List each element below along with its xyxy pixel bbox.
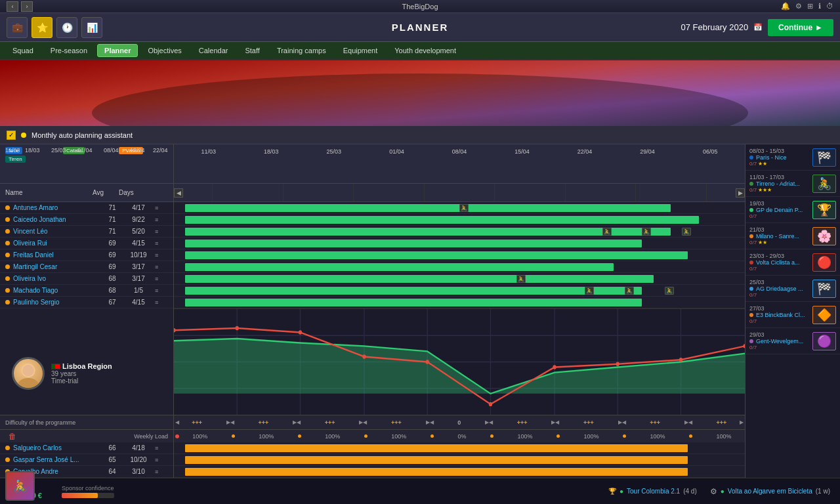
bell-icon[interactable]: 🔔 [781, 2, 790, 10]
rider2-avg-2: 64 [102, 468, 122, 475]
gantt-row[interactable]: 🚴 🚴 🚴 [174, 285, 745, 297]
rider-name-4[interactable]: Freitas Daniel [5, 251, 102, 259]
rider-row[interactable]: Caicedo Jonathan 71 9/22 ≡ [0, 214, 173, 226]
gantt-icon-c: 🚴 [682, 228, 691, 236]
settings-icon[interactable]: ⚙ [795, 2, 802, 10]
race-sidebar-item[interactable]: 08/03 - 15/03 Paris - Nice 0/7 ★★ 🏁 [746, 144, 840, 171]
difficulty-bar: ◀ +++ ▶◀ +++ ▶◀ +++ ▶◀ +++ ▶◀ 0 ▶◀ +++ ▶… [174, 415, 745, 429]
rider-row[interactable]: Oliveira Rui 69 4/15 ≡ [0, 238, 173, 249]
grid-icon[interactable]: ⊞ [807, 2, 813, 10]
race-rating-7: 0/7 [749, 345, 757, 350]
rider-name-3[interactable]: Oliveira Rui [5, 240, 102, 247]
info-icon[interactable]: ℹ [818, 2, 821, 10]
rider-row[interactable]: Freitas Daniel 69 10/19 ≡ [0, 249, 173, 261]
date-5: 15/04 [514, 148, 530, 155]
back-button[interactable]: ‹ [7, 1, 18, 12]
gantt-icon-f: 🚴 [625, 287, 634, 295]
rider-name-0[interactable]: Antunes Amaro [5, 204, 102, 211]
rider-name-8[interactable]: Paulinho Sergio [5, 299, 102, 306]
tab-pre-season[interactable]: Pre-season [43, 44, 94, 57]
rider-name-2[interactable]: Vincent Léo [5, 228, 102, 235]
race-name-2[interactable]: Volta ao Algarve em Bicicleta [728, 488, 812, 495]
rider-name-6[interactable]: Oliveira Ivo [5, 275, 102, 282]
rider-row[interactable]: Martingil Cesar 69 3/17 ≡ [0, 261, 173, 273]
chart-icon[interactable]: 📊 [81, 17, 102, 38]
gantt-row-2[interactable] [174, 454, 745, 466]
forward-button[interactable]: › [21, 1, 33, 12]
rider-row[interactable]: Machado Tiago 68 1/5 ≡ [0, 285, 173, 297]
gantt-row[interactable]: 🚴 [174, 202, 745, 214]
race-sidebar-item[interactable]: 23/03 - 29/03 Volta Ciclista a... 0/7 🔴 [746, 249, 840, 276]
rider2-name-1[interactable]: Gaspar Serra José L... [5, 456, 102, 463]
load-5: 100% [517, 433, 532, 440]
rider-settings-7[interactable]: ≡ [155, 287, 168, 294]
status-right: 🏆 ● Tour Colombia 2.1 (4 d) ⚙ ● Volta ao… [608, 487, 830, 496]
rider-row[interactable]: Oliveira Ivo 68 3/17 ≡ [0, 273, 173, 285]
rider2-settings-0[interactable]: ≡ [155, 445, 168, 452]
rider-settings-1[interactable]: ≡ [155, 217, 168, 223]
race-name-1[interactable]: Tour Colombia 2.1 [627, 488, 680, 495]
race-tirren[interactable]: Tirren [5, 156, 26, 163]
rider2-settings-2[interactable]: ≡ [155, 469, 168, 475]
rider-settings-5[interactable]: ≡ [155, 264, 168, 270]
tab-objectives[interactable]: Objectives [140, 44, 188, 57]
tab-squad[interactable]: Squad [5, 44, 41, 57]
tab-planner[interactable]: Planner [97, 44, 138, 57]
timeline-prev[interactable]: ◀ [174, 188, 183, 198]
race-info-3: 21/03 Milano - Sanre... 0/7 ★★ [749, 226, 809, 245]
gantt-row[interactable] [174, 261, 745, 273]
rider-settings-2[interactable]: ≡ [155, 228, 168, 235]
trash-button[interactable]: 🗑 [5, 430, 20, 442]
auto-planning-checkbox[interactable]: ✓ [7, 131, 16, 140]
gantt-row[interactable] [174, 238, 745, 249]
rider-row-2[interactable]: Gaspar Serra José L... 65 10/20 ≡ [0, 454, 173, 466]
calendar-icon[interactable]: 📅 [753, 23, 763, 32]
gantt-row[interactable]: 🚴 🚴 🚴 [174, 226, 745, 238]
rider2-name-0[interactable]: Salgueiro Carlos [5, 444, 102, 452]
tab-training-camps[interactable]: Training camps [270, 44, 333, 57]
rider-settings-6[interactable]: ≡ [155, 276, 168, 282]
nav-arrows[interactable]: ‹ › [7, 1, 33, 12]
sponsor-label: Sponsor confidence [62, 485, 114, 492]
tab-staff[interactable]: Staff [238, 44, 266, 57]
tab-equipment[interactable]: Equipment [336, 44, 385, 57]
rider-name-1[interactable]: Caicedo Jonathan [5, 216, 102, 223]
rider-avg-1: 71 [102, 216, 122, 223]
tab-calendar[interactable]: Calendar [192, 44, 236, 57]
race-sidebar-item[interactable]: 11/03 - 17/03 Tirreno - Adriat... 0/7 ★★… [746, 171, 840, 197]
rider-settings-3[interactable]: ≡ [155, 240, 168, 247]
continue-button[interactable]: Continue ► [768, 19, 833, 36]
race-sidebar-item[interactable]: 21/03 Milano - Sanre... 0/7 ★★ 🌸 [746, 223, 840, 249]
rider-settings-8[interactable]: ≡ [155, 299, 168, 306]
rider-name-7[interactable]: Machado Tiago [5, 287, 102, 294]
race-sidebar-item[interactable]: 29/03 Gent-Wevelgem... 0/7 🟣 [746, 328, 840, 354]
timeline-next[interactable]: ▶ [736, 188, 745, 198]
gantt-row[interactable] [174, 214, 745, 226]
rider-dot-8 [5, 300, 10, 304]
race-sidebar-item[interactable]: 25/03 AG Driedaagse ... 0/7 🏁 [746, 276, 840, 302]
main-chart-area: 11/03 18/03 25/03 01/04 08/04 15/04 22/0… [174, 144, 745, 478]
rider-avg-2: 71 [102, 228, 122, 235]
star-icon[interactable]: ⭐ [32, 17, 52, 38]
gantt-row-2[interactable] [174, 442, 745, 454]
gantt-row[interactable] [174, 297, 745, 308]
rider-row[interactable]: Antunes Amaro 71 4/17 ≡ [0, 202, 173, 214]
rider-name-5[interactable]: Martingil Cesar [5, 263, 102, 270]
clock-icon[interactable]: ⏱ [826, 2, 833, 10]
race-sidebar-item[interactable]: 27/03 E3 BinckBank Cl... 0/7 🔶 [746, 302, 840, 328]
rider2-settings-1[interactable]: ≡ [155, 457, 168, 463]
gantt-row[interactable] [174, 249, 745, 261]
rider-settings-4[interactable]: ≡ [155, 252, 168, 259]
gantt-row[interactable]: 🚴 [174, 273, 745, 285]
briefcase-icon[interactable]: 💼 [7, 17, 28, 38]
rider-row-2[interactable]: Salgueiro Carlos 66 4/18 ≡ [0, 442, 173, 454]
tab-youth-development[interactable]: Youth development [387, 44, 463, 57]
diff-seg-1: +++ [259, 419, 269, 426]
gantt-row-2[interactable] [174, 466, 745, 478]
clock2-icon[interactable]: 🕐 [56, 17, 77, 38]
race-sidebar-item[interactable]: 19/03 GP de Denain P... 0/7 🏆 [746, 197, 840, 223]
rider-settings-0[interactable]: ≡ [155, 205, 168, 211]
team-badge: 🚴 [5, 471, 38, 504]
rider-row[interactable]: Vincent Léo 71 5/20 ≡ [0, 226, 173, 238]
rider-row[interactable]: Paulinho Sergio 67 4/15 ≡ [0, 297, 173, 308]
